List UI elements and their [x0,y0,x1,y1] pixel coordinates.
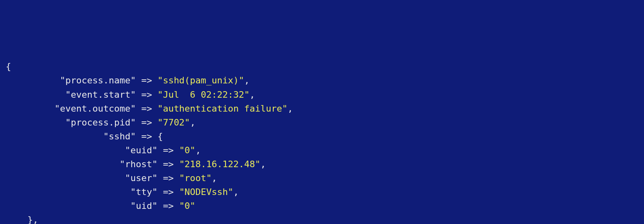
field-value: "Jul 6 02:22:32" [158,90,250,100]
field-key: "tty" [49,187,158,197]
arrow-icon: => [163,173,174,183]
arrow-icon: => [141,90,152,100]
field-key: "process.pid" [6,117,136,128]
log-output: { "process.name" => "sshd(pam_unix)", "e… [6,60,638,224]
arrow-icon: => [141,75,152,85]
arrow-icon: => [163,145,174,155]
arrow-icon: => [163,201,174,211]
arrow-icon: => [141,103,152,114]
field-key: "sshd" [6,131,136,141]
field-value: "authentication failure" [158,103,288,114]
arrow-icon: => [141,131,152,141]
field-value: "218.16.122.48" [179,159,261,169]
field-key: "event.outcome" [6,103,136,114]
field-value: "sshd(pam_unix)" [158,75,244,85]
field-key: "user" [49,173,158,183]
field-value: "0" [179,145,196,155]
field-key: "uid" [49,201,158,211]
field-key: "rhost" [49,159,158,169]
field-value: "root" [179,173,212,183]
field-key: "euid" [49,145,158,155]
field-value: "0" [179,201,196,211]
brace-open: { [158,131,163,141]
field-value: "NODEVssh" [179,187,233,197]
arrow-icon: => [141,117,152,128]
brace-close: } [27,215,33,224]
field-key: "process.name" [6,75,136,85]
arrow-icon: => [163,159,174,169]
arrow-icon: => [163,187,174,197]
field-key: "event.start" [6,90,136,100]
field-value: "7702" [158,117,190,128]
brace-open: { [6,61,11,72]
